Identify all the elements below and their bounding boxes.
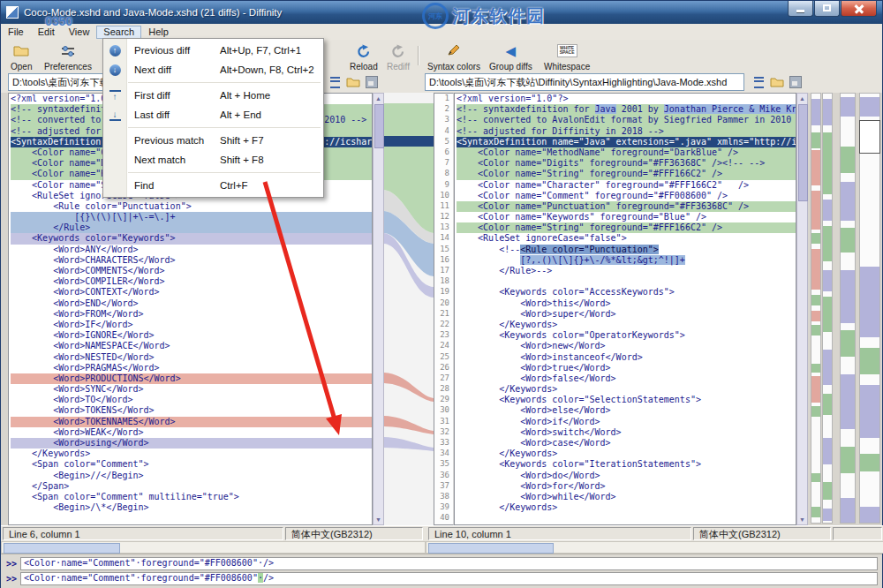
code-line: <Word>switch</Word>: [457, 427, 796, 438]
diffinity-window: Coco-Mode.xshd and Java-Mode.xshd (21 di…: [0, 0, 883, 588]
diff-detail-row: >><Color·name="Comment"·foreground="#FF0…: [6, 557, 878, 570]
code-line: <Color name="Punctuation" foreground="#F…: [457, 201, 796, 212]
left-horizontal-scrollbar[interactable]: [1, 541, 426, 554]
right-code-pane[interactable]: <?xml version="1.0"?><!-- syntaxdefiniti…: [454, 93, 796, 525]
diff-marker: [841, 498, 855, 523]
menu-item-next-match[interactable]: Next matchShift + F8: [103, 150, 323, 170]
menu-item-find[interactable]: FindCtrl+F: [103, 176, 323, 195]
right-open-file-button[interactable]: [768, 73, 786, 91]
code-line: <Word>IF</Word>: [11, 320, 372, 330]
code-line: </Keywords>: [457, 384, 796, 395]
left-list-button[interactable]: [326, 73, 343, 91]
right-scroll-thumb[interactable]: [798, 104, 808, 201]
diff-marker: [841, 330, 855, 357]
title-bar[interactable]: Coco-Mode.xshd and Java-Mode.xshd (21 di…: [1, 1, 882, 24]
menu-item-label: Previous match: [134, 135, 204, 146]
code-line: <Color name="String" foreground="#FFF166…: [457, 169, 796, 179]
menu-item-first-diff[interactable]: ↑First diffAlt + Home: [103, 86, 323, 105]
menu-item-previous-diff[interactable]: ↑Previous diffAlt+Up, F7, Ctrl+1: [103, 41, 323, 60]
diff-overview-map[interactable]: [811, 93, 821, 524]
toolbar-separator: [418, 46, 419, 65]
syntax-colors-button[interactable]: Syntax colors: [425, 41, 483, 73]
right-hscroll-thumb[interactable]: [428, 543, 554, 554]
left-scroll-thumb[interactable]: [374, 104, 384, 148]
diff-marker: [823, 509, 832, 521]
whitespace-button[interactable]: WHITESPACE Whitespace: [541, 41, 592, 73]
group-diffs-button[interactable]: ◀ Group diffs: [487, 41, 535, 73]
code-line: <Word>else</Word>: [457, 405, 796, 416]
diff-marker: [841, 374, 855, 429]
right-save-button[interactable]: [787, 73, 804, 91]
line-number: 10: [434, 191, 453, 201]
pencil-icon: [447, 43, 461, 57]
menu-item-last-diff[interactable]: ↓Last diffAlt + End: [103, 105, 323, 124]
code-line: [{}\(\)[\]|+\-=\.]+: [11, 212, 372, 222]
menu-help[interactable]: Help: [141, 26, 176, 39]
line-number: 1: [434, 94, 453, 104]
rediff-button[interactable]: Rediff: [384, 41, 412, 73]
menu-view[interactable]: View: [62, 26, 97, 39]
left-vertical-scrollbar[interactable]: ▲ ▼: [373, 93, 384, 525]
diff-overview-map[interactable]: [822, 93, 833, 524]
last-icon: ↓: [109, 109, 121, 121]
menu-item-next-diff[interactable]: ↓Next diffAlt+Down, F8, Ctrl+2: [103, 60, 323, 79]
diff-marker: [811, 295, 820, 305]
code-line: <Word>if</Word>: [457, 417, 796, 427]
menu-edit[interactable]: Edit: [31, 26, 62, 39]
minimize-button[interactable]: [788, 1, 813, 17]
code-line: <RuleSet ignoreCase="false">: [457, 233, 796, 244]
right-status-bar: Line 10, column 1 简体中文(GB2312): [426, 525, 883, 541]
diff-marker: [823, 297, 832, 332]
code-line: <Word>SYNC</Word>: [11, 384, 372, 395]
menu-item-previous-match[interactable]: Previous matchShift + F7: [103, 131, 323, 150]
code-line: <Word>PRODUCTIONS</Word>: [11, 373, 372, 384]
viewport-indicator[interactable]: [859, 120, 880, 154]
code-line: <Keywords color="SelectionStatements">: [457, 395, 796, 405]
left-open-file-button[interactable]: [344, 73, 362, 91]
diff-detail-row: >><Color·name="Comment"·foreground="#FF0…: [6, 572, 878, 585]
right-linenumbers: 1234567891011121314151617181920212223242…: [434, 93, 454, 525]
menu-file[interactable]: File: [1, 26, 31, 39]
preferences-button[interactable]: Preferences: [42, 41, 94, 73]
right-path-input[interactable]: [425, 73, 744, 91]
scroll-down-icon[interactable]: ▼: [374, 515, 383, 524]
right-list-button[interactable]: [750, 73, 767, 91]
code-line: </Span>: [11, 481, 372, 492]
line-number: 39: [434, 502, 453, 513]
search-dropdown-menu: ↑Previous diffAlt+Up, F7, Ctrl+1↓Next di…: [102, 38, 324, 198]
left-hscroll-thumb[interactable]: [4, 543, 120, 554]
code-line: </Rule>-->: [457, 266, 796, 276]
whitespace-label: Whitespace: [544, 62, 590, 72]
line-number: 30: [434, 405, 453, 416]
scroll-down-icon[interactable]: ▼: [797, 515, 807, 524]
code-line: <Word>instanceof</Word>: [457, 352, 796, 363]
line-number: 40: [434, 513, 453, 524]
scroll-up-icon[interactable]: ▲: [797, 94, 807, 103]
close-button[interactable]: [841, 1, 877, 17]
right-horizontal-scrollbar[interactable]: [426, 541, 883, 554]
status-resize-grip: [833, 527, 882, 540]
menu-search[interactable]: Search: [96, 26, 141, 39]
diff-gutter: [384, 93, 434, 525]
open-button[interactable]: Open: [8, 41, 34, 73]
line-number: 29: [434, 395, 453, 405]
code-line: <Word>case</Word>: [457, 438, 796, 449]
diff-overview-map[interactable]: [840, 93, 856, 524]
reload-button[interactable]: Reload: [347, 41, 381, 73]
diff-marker: [860, 348, 879, 374]
line-number: 6: [434, 147, 453, 158]
diff-overview-map[interactable]: [859, 93, 880, 524]
line-number: 35: [434, 459, 453, 470]
code-line: <Word>NESTED</Word>: [11, 352, 372, 363]
code-line: <Span color="Comment">: [11, 459, 372, 470]
diff-marker: [811, 99, 820, 125]
scroll-up-icon[interactable]: ▲: [374, 94, 383, 103]
diff-marker: [860, 267, 879, 337]
right-vertical-scrollbar[interactable]: ▲ ▼: [796, 93, 808, 525]
maximize-button[interactable]: [814, 1, 840, 17]
left-save-button[interactable]: [363, 73, 381, 91]
code-line: <Span color="Comment" multiline="true">: [11, 492, 372, 502]
code-line: [457, 513, 796, 524]
code-line: <!-- syntaxdefinition for Java 2001 by J…: [457, 104, 796, 115]
code-line: </Keywords>: [11, 449, 372, 459]
